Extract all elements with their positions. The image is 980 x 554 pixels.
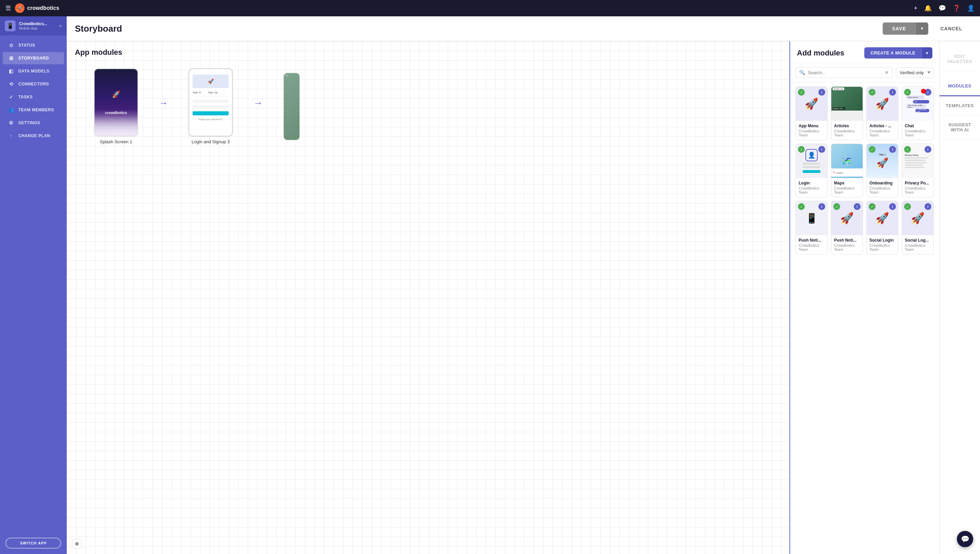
sidebar-item-team-members[interactable]: 👥 TEAM MEMBERS [3, 104, 64, 116]
module-card-chat[interactable]: ✓ i Hello there! Hi! The works really we… [902, 86, 934, 140]
sidebar-item-label: TEAM MEMBERS [18, 108, 54, 112]
chat-support-bubble[interactable]: 💬 [957, 531, 973, 547]
save-button[interactable]: SAVE [883, 22, 916, 35]
tab-suggest-ai[interactable]: SUGGEST WITH AI [940, 115, 980, 140]
clear-search-icon[interactable]: ✕ [885, 70, 889, 75]
tab-edit-selected[interactable]: EDIT SELECTED [942, 47, 977, 71]
arrow-connector-1: → [159, 98, 168, 108]
module-card-login[interactable]: ✓ i 👤 Login [795, 143, 827, 197]
tab-templates[interactable]: TEMPLATES [940, 96, 980, 115]
filter-select[interactable]: Verified only All My modules [896, 67, 934, 78]
sidebar-app-info: Crowdbotics... Mobile App [19, 21, 56, 30]
login-module[interactable]: 🚀 Sign In Sign Up Forgot yo [189, 68, 233, 144]
sidebar-item-tasks[interactable]: ✓ TASKS [3, 91, 64, 103]
module-team: Crowdbotics Team [799, 243, 824, 252]
module-team: Crowdbotics Team [834, 129, 860, 137]
module-card-privacy[interactable]: ✓ i Privacy Policy [902, 143, 934, 197]
module-team: Crowdbotics Team [869, 129, 895, 137]
sidebar-item-settings[interactable]: ⚙ SETTINGS [3, 117, 64, 129]
sidebar-item-storyboard[interactable]: ⊞ STORYBOARD [3, 52, 64, 64]
add-modules-panel: Add modules CREATE A MODULE ▼ 🔍 ✕ Verifi… [789, 41, 939, 554]
module-thumbnail: ✓ i 🚀 [867, 87, 898, 121]
module-footer: Social Log... Crowdbotics Team [902, 235, 933, 254]
module-thumbnail: ✓ i 🗺️ 📍 Location [831, 144, 862, 178]
sidebar-app-header: 📱 Crowdbotics... Mobile App × [0, 16, 67, 36]
module-team: Crowdbotics Team [834, 186, 860, 194]
bell-icon[interactable]: 🔔 [924, 5, 932, 12]
module-team: Crowdbotics Team [869, 243, 895, 252]
splash-card: 🚀 crowdbotics [94, 68, 138, 137]
login-field-2 [192, 105, 229, 108]
add-icon[interactable]: + [914, 5, 917, 12]
splash-content: 🚀 crowdbotics [95, 69, 137, 136]
module-card-push-2[interactable]: ✓ i 🚀 Push Noti... Crowdbotics Team [831, 201, 863, 255]
sidebar-item-label: CONNECTORS [18, 82, 49, 86]
panel-title: Add modules [797, 49, 844, 57]
sidebar: 📱 Crowdbotics... Mobile App × ⊙ STATUS ⊞… [0, 16, 67, 554]
info-button[interactable]: i [889, 203, 896, 210]
info-button[interactable]: i [818, 89, 825, 96]
user-icon[interactable]: 👤 [967, 5, 975, 12]
info-button[interactable]: i [854, 203, 861, 210]
module-footer: Privacy Po... Crowdbotics Team [902, 178, 933, 197]
canvas-area: App modules 🚀 crowdbotics Spl [67, 41, 789, 554]
data-models-icon: ◧ [8, 68, 14, 74]
module-footer: Login Crowdbotics Team [796, 178, 827, 197]
help-icon[interactable]: ❓ [953, 5, 960, 12]
module-card-push-1[interactable]: ✓ i 📱 Push Noti... Crowdbotics Team [795, 201, 827, 255]
module-card-social-login-alt[interactable]: ✓ i 🚀 Social Log... Crowdbotics Team [902, 201, 934, 255]
module-card-articles[interactable]: ✓ i Article List Balloon Trip... Article… [831, 86, 863, 140]
sidebar-close-icon[interactable]: × [59, 23, 62, 29]
info-button[interactable]: i [889, 146, 896, 153]
sidebar-item-data-models[interactable]: ◧ DATA MODELS [3, 65, 64, 77]
sidebar-nav: ⊙ STATUS ⊞ STORYBOARD ◧ DATA MODELS ⟲ CO… [0, 36, 67, 532]
module-card-articles-alt[interactable]: ✓ i 🚀 Articles - ... Crowdbotics Team [866, 86, 898, 140]
thumb-icon: 🚀 [875, 212, 889, 224]
info-button[interactable]: i [924, 203, 931, 210]
module-card-onboarding[interactable]: ✓ i Title 1 🚀 Onboarding Crowdbotics Tea… [866, 143, 898, 197]
search-input[interactable] [808, 70, 882, 75]
cancel-button[interactable]: CANCEL [931, 22, 972, 35]
chat-icon[interactable]: 💬 [939, 5, 946, 12]
save-dropdown-button[interactable]: ▼ [916, 22, 928, 35]
module-team: Crowdbotics Team [834, 243, 860, 252]
create-module-dropdown-button[interactable]: ▼ [921, 47, 932, 59]
info-button[interactable]: i [889, 89, 896, 96]
grid-toggle-button[interactable]: ⊞ [72, 539, 82, 549]
login-content: 🚀 Sign In Sign Up Forgot yo [189, 69, 232, 126]
module-thumbnail: ✓ i 🚀 [831, 201, 862, 235]
info-button[interactable]: i [924, 146, 931, 153]
settings-icon: ⚙ [8, 120, 14, 126]
module-name: Social Login [869, 238, 895, 243]
top-nav-icons: + 🔔 💬 ❓ 👤 [914, 5, 975, 12]
third-module[interactable]: Bal... [283, 72, 300, 140]
sidebar-item-change-plan[interactable]: ↑ CHANGE PLAN [3, 130, 64, 142]
save-btn-group: SAVE ▼ [883, 22, 928, 35]
module-footer: Push Noti... Crowdbotics Team [831, 235, 862, 254]
module-name: Chat [905, 124, 931, 128]
splash-screen-module[interactable]: 🚀 crowdbotics Splash Screen 1 [94, 68, 138, 144]
thumb-icon: 🚀 [840, 212, 854, 224]
verified-badge: ✓ [904, 89, 911, 96]
panel-header: Add modules CREATE A MODULE ▼ [790, 41, 939, 63]
edit-selected-section: EDIT SELECTED [940, 41, 980, 76]
create-module-button[interactable]: CREATE A MODULE [864, 47, 921, 59]
hamburger-icon[interactable]: ☰ [5, 5, 11, 12]
module-card-social-login[interactable]: ✓ i 🚀 Social Login Crowdbotics Team [866, 201, 898, 255]
logo: 🚀 crowdbotics [15, 3, 910, 13]
sidebar-item-connectors[interactable]: ⟲ CONNECTORS [3, 78, 64, 90]
module-card-maps[interactable]: ✓ i 🗺️ 📍 Location Maps Crowdbotics Team [831, 143, 863, 197]
module-card-app-menu[interactable]: ✓ i 🚀 App Menu Crowdbotics Team [795, 86, 827, 140]
right-sidebar: EDIT SELECTED MODULES TEMPLATES SUGGEST … [939, 41, 980, 554]
search-icon: 🔍 [799, 70, 805, 75]
search-filter-row: 🔍 ✕ Verified only All My modules [790, 63, 939, 82]
sidebar-item-status[interactable]: ⊙ STATUS [3, 39, 64, 51]
info-button[interactable]: i [818, 146, 825, 153]
switch-app-button[interactable]: SWITCH APP [5, 538, 61, 549]
module-name: Push Noti... [834, 238, 860, 243]
chat-badge: ! [921, 89, 926, 94]
sidebar-bottom: SWITCH APP [0, 532, 67, 554]
info-button[interactable]: i [818, 203, 825, 210]
login-card: 🚀 Sign In Sign Up Forgot yo [189, 68, 233, 137]
tab-modules[interactable]: MODULES [940, 76, 980, 96]
